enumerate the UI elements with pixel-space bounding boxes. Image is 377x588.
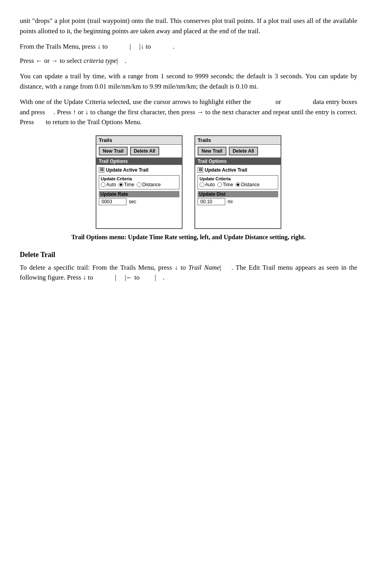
- paragraph-3: You can update a trail by time, with a r…: [20, 71, 357, 91]
- right-empty-area: [195, 208, 281, 228]
- figures-row: Trails New Trail Delete All Trail Option…: [20, 135, 357, 229]
- paragraph-2: From the Trails Menu, press ↓ to | |↓ to…: [20, 42, 357, 66]
- left-rate-value: 0003: [102, 199, 112, 204]
- right-criteria-label: Update Criteria: [200, 176, 276, 181]
- right-delete-all-button[interactable]: Delete All: [229, 147, 258, 155]
- left-update-rate-group: Update Rate 0003 sec: [99, 191, 179, 205]
- left-radio-auto-label: Auto: [106, 182, 116, 187]
- left-delete-all-button[interactable]: Delete All: [130, 147, 159, 155]
- left-checkbox-icon: ☒: [99, 167, 104, 173]
- right-radio-auto-label: Auto: [205, 182, 215, 187]
- left-radio-distance[interactable]: Distance: [137, 182, 161, 187]
- left-update-criteria-group: Update Criteria Auto Time Distance: [99, 175, 179, 189]
- right-radio-auto-circle: [200, 182, 204, 187]
- delete-trail-section: Delete Trail To delete a specific trail:…: [20, 250, 357, 283]
- right-rate-value: 00.10: [200, 199, 212, 204]
- p2-line1: From the Trails Menu, press ↓ to | |↓ to…: [20, 42, 357, 52]
- right-radio-distance[interactable]: Distance: [236, 182, 260, 187]
- p3-text: You can update a trail by time, with a r…: [20, 71, 357, 91]
- right-new-trail-button[interactable]: New Trail: [198, 147, 226, 155]
- right-panel-header: Trails: [195, 136, 281, 145]
- paragraph-4: With one of the Update Criteria selected…: [20, 97, 357, 127]
- left-radio-time[interactable]: Time: [119, 182, 134, 187]
- right-radio-row: Auto Time Distance: [200, 182, 276, 187]
- right-radio-auto[interactable]: Auto: [200, 182, 215, 187]
- figure-caption: Trail Options menu: Update Time Rate set…: [20, 233, 357, 242]
- left-radio-auto-circle: [101, 182, 106, 187]
- right-radio-distance-label: Distance: [241, 182, 260, 187]
- left-panel-buttons: New Trail Delete All: [96, 145, 182, 158]
- left-radio-time-label: Time: [124, 182, 134, 187]
- left-empty-area: [96, 208, 182, 228]
- right-trail-options-header: Trail Options: [195, 158, 281, 165]
- right-radio-time[interactable]: Time: [217, 182, 233, 187]
- right-radio-time-label: Time: [223, 182, 233, 187]
- left-radio-time-circle: [119, 182, 123, 187]
- right-panel-buttons: New Trail Delete All: [195, 145, 281, 158]
- left-radio-auto[interactable]: Auto: [101, 182, 116, 187]
- criteria-type-italic: criteria type: [83, 57, 117, 64]
- left-trail-panel: Trails New Trail Delete All Trail Option…: [96, 135, 183, 229]
- left-trail-options-header: Trail Options: [96, 158, 182, 165]
- right-trail-panel: Trails New Trail Delete All Trail Option…: [194, 135, 281, 229]
- right-radio-time-circle: [217, 182, 222, 187]
- paragraph-1: unit "drops" a plot point (trail waypoin…: [20, 16, 357, 36]
- delete-trail-text: To delete a specific trail: From the Tra…: [20, 263, 357, 283]
- left-rate-input[interactable]: 0003: [99, 198, 126, 205]
- right-radio-distance-circle: [236, 182, 240, 187]
- right-update-rate-group: Update Dist 00.10 mi: [198, 191, 278, 205]
- right-rate-unit: mi: [228, 199, 233, 204]
- left-update-active-checkbox[interactable]: ☒ Update Active Trail: [99, 166, 179, 174]
- left-radio-distance-label: Distance: [142, 182, 161, 187]
- p2-line2: Press ← or → to select criteria type| .: [20, 56, 357, 66]
- left-rate-label: Update Rate: [99, 191, 179, 197]
- left-panel-header: Trails: [96, 136, 182, 145]
- p1-text: unit "drops" a plot point (trail waypoin…: [20, 16, 357, 36]
- left-radio-distance-circle: [137, 182, 141, 187]
- right-rate-input-row: 00.10 mi: [198, 198, 278, 205]
- p4-text: With one of the Update Criteria selected…: [20, 97, 357, 127]
- right-rate-input[interactable]: 00.10: [198, 198, 225, 205]
- left-rate-unit: sec: [129, 199, 136, 204]
- left-update-active-label: Update Active Trail: [106, 167, 149, 173]
- left-new-trail-button[interactable]: New Trail: [99, 147, 128, 155]
- right-update-active-label: Update Active Trail: [205, 167, 247, 173]
- left-criteria-label: Update Criteria: [101, 176, 177, 181]
- right-checkbox-icon: ☒: [198, 167, 203, 173]
- right-rate-label: Update Dist: [198, 191, 278, 197]
- right-update-criteria-group: Update Criteria Auto Time Distance: [198, 175, 278, 189]
- left-rate-input-row: 0003 sec: [99, 198, 179, 205]
- right-update-active-checkbox[interactable]: ☒ Update Active Trail: [198, 166, 278, 174]
- trail-name-italic: Trail Name: [188, 264, 220, 271]
- left-radio-row: Auto Time Distance: [101, 182, 177, 187]
- delete-trail-heading: Delete Trail: [20, 250, 357, 260]
- right-trail-options-body: ☒ Update Active Trail Update Criteria Au…: [195, 165, 281, 208]
- left-trail-options-body: ☒ Update Active Trail Update Criteria Au…: [96, 165, 182, 208]
